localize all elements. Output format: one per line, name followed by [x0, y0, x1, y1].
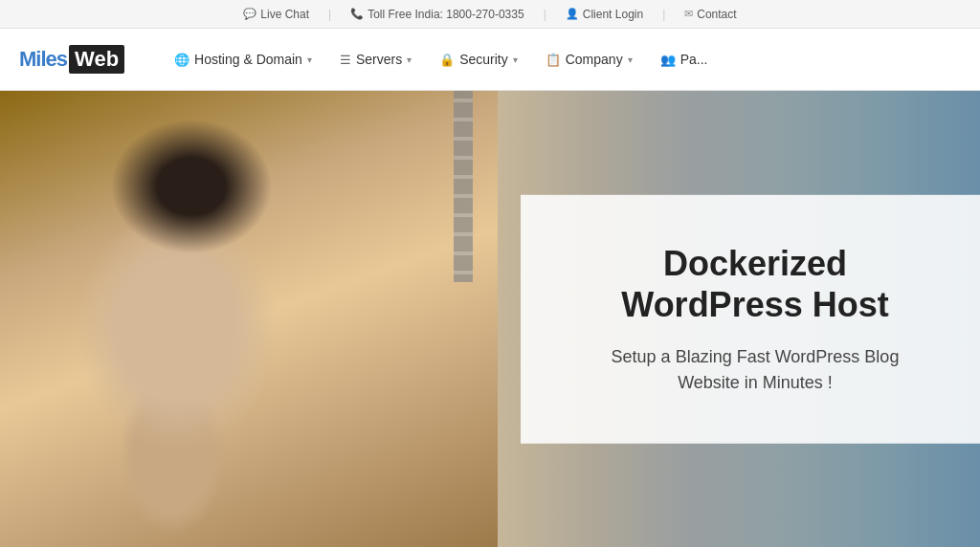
lock-icon: 🔒: [439, 53, 455, 67]
nav-company[interactable]: 📋 Company ▾: [534, 44, 644, 75]
phone-icon: 📞: [350, 8, 364, 20]
logo-miles: Miles: [19, 47, 67, 72]
separator-2: |: [544, 8, 546, 21]
nav-items: 🌐 Hosting & Domain ▾ ☰ Servers ▾ 🔒 Secur…: [163, 44, 961, 75]
main-nav: Miles Web 🌐 Hosting & Domain ▾ ☰ Servers…: [0, 29, 980, 91]
servers-icon: ☰: [340, 53, 351, 67]
chain-decoration: [454, 91, 473, 282]
livechat-link[interactable]: 💬 Live Chat: [243, 8, 309, 21]
nav-partners[interactable]: 👥 Pa...: [649, 44, 720, 75]
chevron-down-icon-2: ▾: [407, 55, 412, 65]
client-login-link[interactable]: 👤 Client Login: [566, 8, 643, 21]
contact-icon: ✉: [684, 8, 693, 20]
hero-content-box: Dockerized WordPress Host Setup a Blazin…: [521, 194, 980, 443]
phone-label: Toll Free India: 1800-270-0335: [368, 8, 523, 21]
user-icon: 👤: [566, 8, 579, 20]
hero-image: [0, 91, 498, 547]
company-icon: 📋: [546, 53, 561, 67]
nav-company-label: Company: [566, 52, 623, 67]
logo-web: Web: [69, 45, 124, 74]
phone-link[interactable]: 📞 Toll Free India: 1800-270-0335: [350, 8, 523, 21]
nav-hosting-label: Hosting & Domain: [194, 52, 302, 67]
chat-icon: 💬: [243, 8, 256, 20]
nav-security[interactable]: 🔒 Security ▾: [428, 44, 529, 75]
globe-icon: 🌐: [174, 53, 189, 67]
hero-section: Dockerized WordPress Host Setup a Blazin…: [0, 91, 980, 547]
contact-link[interactable]: ✉ Contact: [684, 8, 736, 21]
nav-security-label: Security: [459, 52, 508, 67]
hero-title: Dockerized WordPress Host: [568, 242, 942, 324]
hero-subtitle: Setup a Blazing Fast WordPress Blog Webs…: [568, 344, 942, 396]
nav-servers-label: Servers: [356, 52, 402, 67]
client-login-label: Client Login: [583, 8, 643, 21]
nav-hosting[interactable]: 🌐 Hosting & Domain ▾: [163, 44, 323, 75]
nav-partners-label: Pa...: [680, 52, 708, 67]
chevron-down-icon-4: ▾: [628, 55, 633, 65]
hero-subtitle-line2: Website in Minutes !: [678, 373, 833, 392]
logo[interactable]: Miles Web: [19, 45, 124, 74]
chevron-down-icon: ▾: [307, 55, 312, 65]
person-illustration: [0, 91, 498, 547]
separator-1: |: [328, 8, 331, 21]
contact-label: Contact: [697, 8, 736, 21]
hero-subtitle-line1: Setup a Blazing Fast WordPress Blog: [612, 347, 900, 366]
livechat-label: Live Chat: [260, 8, 309, 21]
nav-servers[interactable]: ☰ Servers ▾: [328, 44, 423, 75]
separator-3: |: [662, 8, 665, 21]
top-bar: 💬 Live Chat | 📞 Toll Free India: 1800-27…: [0, 0, 980, 29]
chevron-down-icon-3: ▾: [513, 55, 518, 65]
partners-icon: 👥: [660, 53, 676, 67]
